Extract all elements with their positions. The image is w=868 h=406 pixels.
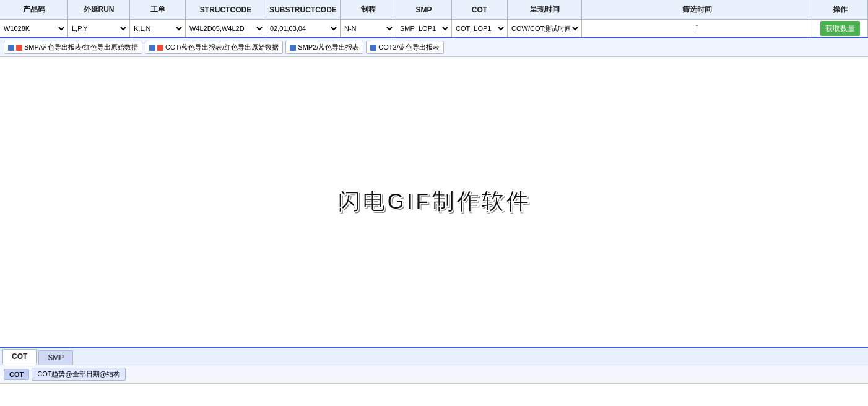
filter-struct-cell: W4L2D05,W4L2D	[186, 20, 266, 37]
chart-tab-cot2[interactable]: COT2/蓝色导出报表	[366, 41, 443, 54]
filter-product-cell: W1028K	[0, 20, 68, 37]
bottom-sub-row: COT COT趋势@全部日期@结构	[0, 365, 868, 384]
filter-cot-cell: COT_LOP1	[452, 20, 508, 37]
chart-tab-smp[interactable]: SMP/蓝色导出报表/红色导出原始数据	[4, 41, 142, 54]
filter-row: W1028K L,P,Y K,L,N W4L2D05,W4L2D 02,01,0…	[0, 20, 868, 38]
sub-tag-cot[interactable]: COT	[4, 369, 29, 380]
chart-tab-cot[interactable]: COT/蓝色导出报表/红色导出原始数据	[145, 41, 283, 54]
chart-tabs-bar: SMP/蓝色导出报表/红色导出原始数据 COT/蓝色导出报表/红色导出原始数据 …	[0, 38, 868, 57]
filter-station-cell: K,L,N	[130, 20, 186, 37]
filter-substruct-cell: 02,01,03,04	[266, 20, 341, 37]
substruct-select[interactable]: 02,01,03,04	[267, 21, 339, 36]
screen-from-input[interactable]	[583, 21, 695, 36]
sub-tag-cot-trend[interactable]: COT趋势@全部日期@结构	[32, 368, 126, 381]
header-struct: STRUCTCODE	[186, 0, 266, 19]
filter-process-cell: N-N	[341, 20, 396, 37]
smp2-blue-dot	[290, 45, 296, 51]
bottom-tab-cot[interactable]: COT	[2, 349, 37, 365]
station-select[interactable]: K,L,N	[131, 21, 184, 36]
header-action: 操作	[812, 0, 868, 19]
product-select[interactable]: W1028K	[1, 21, 66, 36]
watermark-label: 闪电GIF制作软件	[337, 187, 531, 217]
struct-select[interactable]: W4L2D05,W4L2D	[187, 21, 264, 36]
cot-select[interactable]: COT_LOP1	[453, 21, 506, 36]
main-content-area: 闪电GIF制作软件	[0, 57, 868, 348]
fetch-count-button[interactable]: 获取数量	[820, 21, 860, 36]
header-product: 产品码	[0, 0, 68, 19]
table-header: 产品码 外延RUN 工单 STRUCTCODE SUBSTRUCTCODE 制程…	[0, 0, 868, 20]
screen-range: --	[583, 21, 810, 36]
bottom-tab-smp[interactable]: SMP	[38, 350, 73, 365]
filter-screen-cell: --	[582, 20, 812, 37]
process-select[interactable]: N-N	[342, 21, 394, 36]
bottom-tabs-bar: COT SMP	[0, 348, 868, 365]
cot-red-dot	[157, 45, 163, 51]
header-smp: SMP	[396, 0, 452, 19]
screen-to-input[interactable]	[699, 21, 810, 36]
smp-blue-dot	[8, 45, 14, 51]
app-wrapper: 产品码 外延RUN 工单 STRUCTCODE SUBSTRUCTCODE 制程…	[0, 0, 868, 384]
cot-blue-dot	[149, 45, 155, 51]
cot2-blue-dot	[370, 45, 376, 51]
filter-action-cell: 获取数量	[812, 20, 868, 37]
smp-red-dot	[16, 45, 22, 51]
filter-appear-cell: COW/COT测试时间	[508, 20, 582, 37]
header-screen: 筛选时间	[582, 0, 812, 19]
filter-smp-cell: SMP_LOP1	[396, 20, 452, 37]
header-station: 工单	[130, 0, 186, 19]
header-run: 外延RUN	[68, 0, 130, 19]
header-cot: COT	[452, 0, 508, 19]
chart-tab-smp2[interactable]: SMP2/蓝色导出报表	[285, 41, 363, 54]
appear-select[interactable]: COW/COT测试时间	[509, 21, 580, 36]
filter-run-cell: L,P,Y	[68, 20, 130, 37]
run-select[interactable]: L,P,Y	[69, 21, 128, 36]
header-appear: 呈现时间	[508, 0, 582, 19]
screen-separator: --	[696, 21, 698, 36]
header-process: 制程	[341, 0, 396, 19]
header-substruct: SUBSTRUCTCODE	[266, 0, 341, 19]
smp-select[interactable]: SMP_LOP1	[397, 21, 450, 36]
